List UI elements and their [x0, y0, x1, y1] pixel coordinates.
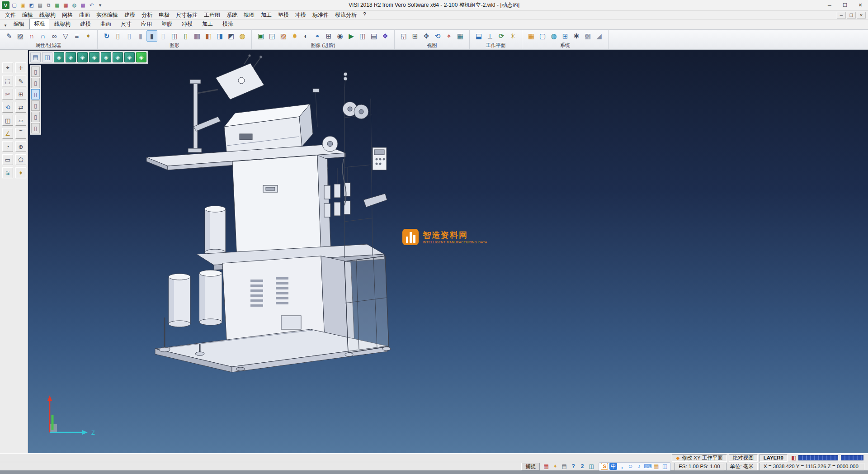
workplane-rotate-icon[interactable]: ⟳ — [496, 30, 507, 42]
image-print-icon[interactable]: ▤ — [368, 30, 379, 42]
material-mode-icon[interactable]: ◍ — [237, 30, 248, 42]
tab-standard[interactable]: 标准 — [29, 19, 49, 29]
view-cube-front[interactable]: ◈ — [66, 52, 76, 62]
save-file-icon[interactable]: ◩ — [28, 1, 35, 9]
quick-select-icon[interactable]: ✦ — [83, 30, 94, 42]
boxselect-tool-icon[interactable]: ⬚ — [2, 76, 13, 86]
environment-icon[interactable]: ◍ — [548, 30, 559, 42]
shaded-mode-icon[interactable]: ▮ — [135, 30, 146, 42]
cad-canvas[interactable] — [28, 50, 868, 453]
view-cube-right[interactable]: ◈ — [77, 52, 88, 62]
center-tool-icon[interactable]: ⊕ — [15, 141, 26, 152]
offset-tool-icon[interactable]: ▱ — [15, 115, 26, 126]
transparent-mode-icon[interactable]: ▯ — [158, 30, 169, 42]
angle-tool-icon[interactable]: ∠ — [2, 128, 13, 139]
layer-filter-icon[interactable]: ≡ — [71, 30, 82, 42]
magnet-red-icon[interactable]: ∩ — [26, 30, 37, 42]
orbit-icon[interactable]: ⟲ — [432, 30, 443, 42]
ime-emoji-icon[interactable]: ☺ — [627, 463, 634, 470]
section-mode-icon[interactable]: ◫ — [169, 30, 180, 42]
background-icon[interactable]: ◓ — [312, 30, 323, 42]
color-table-icon[interactable]: ▦ — [526, 30, 537, 42]
undo-icon[interactable]: ↶ — [88, 1, 95, 9]
ime-toolbox-icon[interactable]: ◫ — [661, 463, 669, 470]
mirror-tool-icon[interactable]: ◫ — [2, 115, 13, 126]
lighting-icon[interactable]: ✹ — [289, 30, 300, 42]
attribute-brush-icon[interactable]: ▨ — [15, 30, 26, 42]
notes-toggle-icon[interactable]: ▤ — [560, 463, 569, 470]
view-manager-icon[interactable]: ▦ — [455, 30, 466, 42]
help-toggle-icon[interactable]: ? — [569, 463, 578, 470]
quickaccess-dropdown-icon[interactable]: ▾ — [96, 1, 104, 9]
workplane-cell[interactable]: ◆ 修改 XY 工作平面 — [672, 454, 726, 462]
pan-icon[interactable]: ✥ — [421, 30, 432, 42]
chain-filter-icon[interactable]: ∞ — [49, 30, 60, 42]
snap-toggle-icon[interactable]: ✦ — [551, 463, 560, 470]
workplane-xy-icon[interactable]: ⬓ — [473, 30, 484, 42]
shading-ramp-icon[interactable]: ◢ — [594, 30, 604, 42]
layer-cell[interactable]: LAYER0 — [760, 454, 788, 462]
view-cube-bottom[interactable]: ◈ — [113, 52, 123, 62]
wireframe-mode-icon[interactable]: ▯ — [113, 30, 123, 42]
arc-tool-icon[interactable]: ⌒ — [15, 128, 26, 139]
copy-icon[interactable]: ⧉ — [45, 1, 52, 9]
material-library-icon[interactable]: ⊞ — [323, 30, 334, 42]
snap-toggle[interactable]: 捕捉 — [521, 463, 540, 470]
tab-flow[interactable]: 模流 — [218, 19, 238, 29]
view-cube-dynamic[interactable]: ◈ — [136, 52, 146, 62]
menu-mold[interactable]: 塑模 — [275, 10, 292, 20]
mdi-restore-button[interactable]: ❐ — [847, 12, 856, 19]
ime-mic-icon[interactable]: ♪ — [635, 463, 643, 470]
magnet-blue-icon[interactable]: ∩ — [38, 30, 48, 42]
mdi-close-button[interactable]: ✕ — [857, 12, 866, 19]
tab-machining[interactable]: 加工 — [198, 19, 217, 29]
attribute-pencil-icon[interactable]: ✎ — [4, 30, 14, 42]
snapshot-icon[interactable]: ◲ — [267, 30, 278, 42]
app-logo-icon[interactable]: V — [2, 1, 9, 9]
view-cube-top[interactable]: ◈ — [54, 52, 64, 62]
grid-display-icon[interactable]: ▩ — [582, 30, 593, 42]
ime-lang-icon[interactable]: 中 — [609, 463, 617, 470]
open-file-icon[interactable]: ▣ — [19, 1, 27, 9]
view-cube-iso[interactable]: ◈ — [124, 52, 135, 62]
shaded-edges-mode-icon[interactable]: ▮ — [146, 30, 157, 42]
tab-overflow-icon[interactable]: ▼ — [2, 21, 9, 29]
ucs-toggle-icon[interactable]: ◫ — [587, 463, 596, 470]
workplane-align-icon[interactable]: ⟂ — [485, 30, 495, 42]
ime-punct-icon[interactable]: ， — [618, 463, 626, 470]
clip-slot-1[interactable]: ▯ — [31, 66, 40, 77]
tab-dimension[interactable]: 尺寸 — [116, 19, 136, 29]
texture-icon[interactable]: ▨ — [278, 30, 289, 42]
draft-mode-icon[interactable]: ◨ — [214, 30, 225, 42]
array-tool-icon[interactable]: ⊞ — [15, 89, 26, 100]
view-mode-cell[interactable]: 绝对视图 — [729, 454, 758, 462]
select-tool-icon[interactable]: ⌖ — [2, 62, 13, 73]
workplane-origin-icon[interactable]: ✳ — [507, 30, 518, 42]
trim-tool-icon[interactable]: ✂ — [2, 89, 13, 100]
zebra-mode-icon[interactable]: ▥ — [192, 30, 203, 42]
redraw-icon[interactable]: ↻ — [101, 30, 112, 42]
layer-color-icon[interactable]: ◧ — [789, 454, 798, 462]
menu-view[interactable]: 视图 — [241, 10, 258, 20]
mdi-minimize-button[interactable]: ─ — [837, 12, 846, 19]
new-file-icon[interactable]: ▢ — [10, 1, 18, 9]
clip-slot-3[interactable]: ▯ — [31, 89, 40, 100]
clip-slot-4[interactable]: ▯ — [31, 100, 40, 111]
minimize-button[interactable]: ─ — [822, 0, 837, 10]
view-cube-back[interactable]: ◈ — [101, 52, 111, 62]
ime-keyboard-icon[interactable]: ⌨ — [644, 463, 651, 470]
polygon-tool-icon[interactable]: ⬠ — [15, 154, 26, 165]
green-model-icon[interactable]: ▦ — [53, 1, 61, 9]
stereo-view-icon[interactable]: ◫ — [357, 30, 368, 42]
hatch-tool-icon[interactable]: ≋ — [2, 167, 13, 178]
clip-slot-6[interactable]: ▯ — [31, 123, 40, 133]
tab-mold[interactable]: 塑膜 — [157, 19, 177, 29]
move-tool-icon[interactable]: ✛ — [15, 62, 26, 73]
viewport-3d[interactable]: ▤◫◈◈◈◈◈◈◈◈ ▯▯▯▯▯▯ — [28, 50, 868, 453]
viewbar-menu-icon[interactable]: ▤ — [30, 52, 41, 62]
funnel-filter-icon[interactable]: ▽ — [60, 30, 71, 42]
menu-help[interactable]: ? — [360, 10, 369, 20]
menu-standard-parts[interactable]: 标准件 — [309, 10, 332, 20]
print-icon[interactable]: ▤ — [36, 1, 44, 9]
grid-toggle-icon[interactable]: ▦ — [542, 463, 551, 470]
